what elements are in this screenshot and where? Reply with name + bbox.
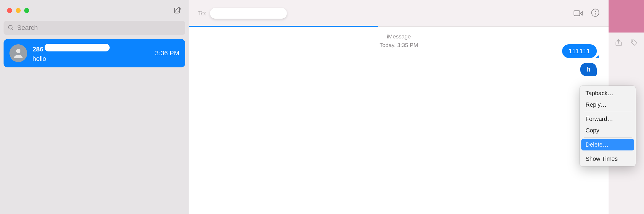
search-icon bbox=[8, 25, 14, 31]
search-placeholder: Search bbox=[17, 24, 38, 32]
search-wrap: Search bbox=[0, 21, 189, 39]
titlebar bbox=[0, 0, 189, 21]
svg-point-4 bbox=[16, 49, 21, 53]
chat-header: To: bbox=[189, 0, 609, 27]
menu-separator bbox=[584, 137, 632, 138]
time-label: Today, 3:35 PM bbox=[380, 42, 418, 48]
timestamp-label: iMessage Today, 3:35 PM bbox=[189, 33, 609, 49]
background-toolbar-icons bbox=[614, 38, 638, 47]
message-text: 111111 bbox=[569, 47, 590, 55]
conversation-list: 286 hello 3:36 PM bbox=[0, 39, 189, 67]
compose-icon bbox=[173, 6, 182, 14]
message-bubbles: 111111 h bbox=[562, 44, 597, 76]
message-text: h bbox=[587, 66, 590, 73]
redacted-name bbox=[45, 44, 110, 51]
to-label: To: bbox=[198, 9, 206, 17]
minimize-window-button[interactable] bbox=[16, 8, 21, 13]
menu-separator bbox=[584, 152, 632, 152]
compose-button[interactable] bbox=[173, 6, 182, 14]
menu-copy[interactable]: Copy bbox=[581, 125, 634, 136]
close-window-button[interactable] bbox=[7, 8, 12, 13]
message-bubble-1[interactable]: 111111 bbox=[562, 44, 597, 58]
messages-window: Search 286 hello 3:36 PM To: bbox=[0, 0, 609, 214]
chat-body: iMessage Today, 3:35 PM 111111 h bbox=[189, 27, 609, 214]
background-accent bbox=[609, 0, 644, 33]
info-icon[interactable] bbox=[591, 8, 600, 17]
service-label: iMessage bbox=[189, 33, 609, 41]
svg-point-1 bbox=[632, 41, 633, 42]
menu-reply[interactable]: Reply… bbox=[581, 99, 634, 111]
to-field-redacted[interactable] bbox=[210, 8, 287, 19]
svg-point-3 bbox=[9, 25, 12, 29]
person-icon bbox=[12, 47, 25, 60]
menu-delete[interactable]: Delete… bbox=[581, 139, 634, 150]
sidebar: Search 286 hello 3:36 PM bbox=[0, 0, 189, 214]
conversation-name: 286 bbox=[32, 46, 43, 53]
facetime-icon[interactable] bbox=[573, 8, 583, 18]
chat-header-actions bbox=[573, 8, 600, 18]
search-input[interactable]: Search bbox=[4, 21, 185, 35]
context-menu: Tapback… Reply… Forward… Copy Delete… Sh… bbox=[580, 86, 636, 166]
svg-point-7 bbox=[595, 11, 596, 12]
share-icon bbox=[614, 38, 623, 47]
svg-rect-5 bbox=[574, 11, 580, 16]
message-bubble-2[interactable]: h bbox=[580, 63, 597, 76]
menu-tapback[interactable]: Tapback… bbox=[581, 87, 634, 99]
menu-forward[interactable]: Forward… bbox=[581, 113, 634, 125]
menu-separator bbox=[584, 112, 632, 112]
avatar bbox=[9, 44, 27, 62]
chat-panel: To: iMessage Today, 3:35 PM 111111 h bbox=[189, 0, 609, 214]
tag-icon bbox=[630, 38, 638, 47]
window-controls bbox=[7, 8, 29, 13]
conversation-preview: hello bbox=[32, 55, 150, 63]
conversation-time: 3:36 PM bbox=[155, 49, 179, 57]
conversation-item[interactable]: 286 hello 3:36 PM bbox=[4, 39, 185, 67]
conversation-info: 286 hello bbox=[32, 44, 150, 63]
fullscreen-window-button[interactable] bbox=[24, 8, 29, 13]
menu-show-times[interactable]: Show Times bbox=[581, 153, 634, 165]
